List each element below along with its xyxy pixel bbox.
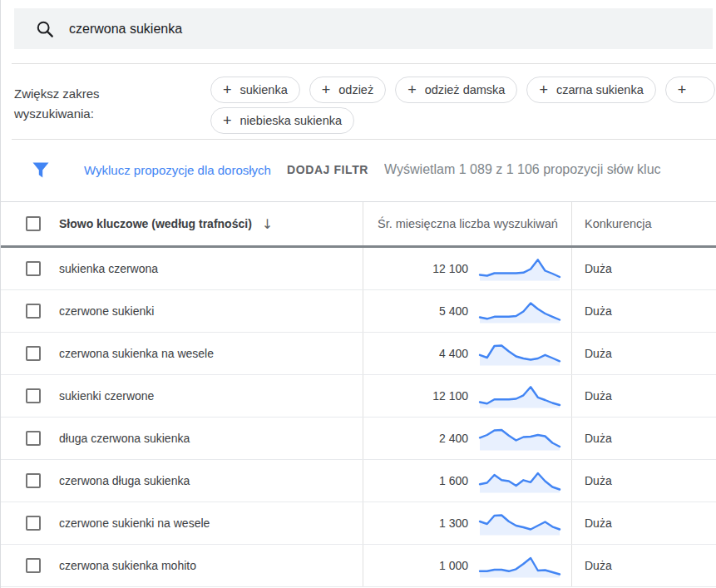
divider bbox=[12, 63, 716, 64]
keyword-text: sukienki czerwone bbox=[59, 389, 363, 403]
search-icon bbox=[36, 20, 54, 38]
row-checkbox[interactable] bbox=[26, 388, 41, 403]
volume-cell: 2 400 bbox=[363, 418, 571, 459]
row-checkbox-cell bbox=[1, 346, 59, 361]
chip-label: odzież damska bbox=[425, 83, 506, 96]
plus-icon: + bbox=[322, 82, 331, 97]
trend-sparkline-chart bbox=[478, 426, 561, 451]
table-row: sukienki czerwone 12 100 Duża bbox=[1, 375, 716, 418]
table-row: długa czerwona sukienka 2 400 Duża bbox=[1, 418, 716, 460]
competition-value: Duża bbox=[571, 333, 716, 374]
select-all-checkbox[interactable] bbox=[26, 216, 41, 231]
keyword-text: czerwona sukienka na wesele bbox=[59, 347, 363, 360]
competition-value: Duża bbox=[571, 460, 716, 502]
chip-label: sukienka bbox=[240, 83, 288, 96]
trend-sparkline-chart bbox=[478, 299, 561, 324]
add-filter-button[interactable]: DODAJ FILTR bbox=[287, 163, 368, 176]
column-header-volume[interactable]: Śr. miesięczna liczba wyszukiwań bbox=[363, 202, 571, 245]
keywords-table: Słowo kluczowe (według trafności) ↓ Śr. … bbox=[1, 201, 716, 588]
trend-sparkline-chart bbox=[478, 553, 561, 578]
row-checkbox[interactable] bbox=[26, 304, 41, 319]
sort-descending-icon: ↓ bbox=[262, 216, 273, 232]
monthly-searches-value: 12 100 bbox=[363, 389, 478, 403]
divider bbox=[12, 139, 716, 140]
keyword-text: czerwone sukienki na wesele bbox=[59, 516, 363, 530]
search-bar[interactable] bbox=[14, 8, 713, 49]
keyword-text: czerwona sukienka mohito bbox=[59, 559, 363, 572]
table-row: sukienka czerwona 12 100 Duża bbox=[1, 248, 716, 290]
table-body: sukienka czerwona 12 100 Duża czerwone s… bbox=[1, 248, 716, 587]
table-row: czerwona sukienka mohito 1 000 Duża bbox=[1, 545, 716, 587]
results-count-status: Wyświetlam 1 089 z 1 106 propozycji słów… bbox=[384, 162, 660, 177]
row-checkbox[interactable] bbox=[26, 516, 41, 531]
plus-icon: + bbox=[223, 82, 232, 97]
monthly-searches-value: 1 000 bbox=[363, 559, 478, 572]
row-checkbox[interactable] bbox=[26, 431, 41, 446]
chip-label: odzież bbox=[338, 83, 373, 96]
broaden-keyword-chip[interactable]: + niebieska sukienka bbox=[210, 107, 354, 134]
volume-cell: 12 100 bbox=[363, 248, 571, 289]
filter-icon[interactable] bbox=[32, 162, 49, 178]
monthly-searches-value: 2 400 bbox=[363, 432, 478, 445]
volume-cell: 5 400 bbox=[363, 290, 571, 332]
monthly-searches-value: 4 400 bbox=[363, 347, 478, 360]
plus-icon: + bbox=[407, 82, 417, 97]
keyword-text: czerwone sukienki bbox=[59, 304, 363, 318]
broaden-keyword-chip[interactable]: + czarna sukienka bbox=[526, 77, 655, 103]
chip-label: czarna sukienka bbox=[556, 83, 644, 96]
plus-icon: + bbox=[223, 113, 232, 128]
competition-value: Duża bbox=[571, 248, 716, 289]
monthly-searches-value: 1 300 bbox=[363, 516, 478, 530]
table-row: czerwona sukienka na wesele 4 400 Duża bbox=[1, 333, 716, 375]
column-header-keyword-label: Słowo kluczowe (według trafności) bbox=[59, 217, 252, 230]
volume-cell: 1 600 bbox=[363, 460, 571, 502]
row-checkbox[interactable] bbox=[26, 473, 41, 488]
competition-value: Duża bbox=[571, 375, 716, 417]
table-header-row: Słowo kluczowe (według trafności) ↓ Śr. … bbox=[1, 202, 716, 248]
trend-sparkline-chart bbox=[478, 383, 561, 408]
trend-sparkline-chart bbox=[478, 341, 561, 366]
header-checkbox-cell bbox=[1, 216, 59, 231]
table-row: czerwona długa sukienka 1 600 Duża bbox=[1, 460, 716, 502]
trend-sparkline-chart bbox=[478, 256, 561, 281]
competition-value: Duża bbox=[571, 418, 716, 459]
keyword-text: sukienka czerwona bbox=[59, 262, 363, 275]
broaden-keyword-chip[interactable]: + odzież bbox=[309, 77, 386, 103]
row-checkbox[interactable] bbox=[26, 346, 41, 361]
trend-sparkline-chart bbox=[478, 468, 561, 493]
table-row: czerwone sukienki 5 400 Duża bbox=[1, 290, 716, 333]
chip-label: niebieska sukienka bbox=[240, 114, 343, 127]
competition-value: Duża bbox=[571, 290, 716, 332]
volume-cell: 1 300 bbox=[363, 502, 571, 544]
monthly-searches-value: 12 100 bbox=[363, 262, 478, 275]
keyword-text: czerwona długa sukienka bbox=[59, 474, 363, 487]
competition-value: Duża bbox=[571, 502, 716, 544]
volume-cell: 12 100 bbox=[363, 375, 571, 417]
broaden-keyword-chip[interactable]: + sukienka bbox=[210, 77, 300, 103]
table-row: czerwone sukienki na wesele 1 300 Duża bbox=[1, 502, 716, 545]
row-checkbox-cell bbox=[1, 558, 59, 573]
keyword-planner-panel: Zwiększ zakres wyszukiwania: + sukienka … bbox=[0, 0, 716, 588]
broaden-keyword-chip[interactable]: + bbox=[665, 77, 715, 103]
monthly-searches-value: 1 600 bbox=[363, 474, 478, 487]
exclude-adult-suggestions-link[interactable]: Wyklucz propozycje dla dorosłych bbox=[84, 163, 271, 177]
row-checkbox-cell bbox=[1, 261, 59, 276]
row-checkbox-cell bbox=[1, 431, 59, 446]
row-checkbox-cell bbox=[1, 473, 59, 488]
row-checkbox-cell bbox=[1, 304, 59, 319]
monthly-searches-value: 5 400 bbox=[363, 304, 478, 318]
competition-value: Duża bbox=[571, 545, 716, 586]
row-checkbox[interactable] bbox=[26, 261, 41, 276]
trend-sparkline-chart bbox=[478, 511, 561, 536]
plus-icon: + bbox=[539, 82, 548, 97]
column-header-competition[interactable]: Konkurencja bbox=[571, 202, 716, 245]
broaden-keyword-chip[interactable]: + odzież damska bbox=[395, 77, 517, 103]
row-checkbox-cell bbox=[1, 388, 59, 403]
filter-bar: Wyklucz propozycje dla dorosłych DODAJ F… bbox=[1, 154, 716, 185]
volume-cell: 1 000 bbox=[363, 545, 571, 586]
row-checkbox[interactable] bbox=[26, 558, 41, 573]
column-header-keyword[interactable]: Słowo kluczowe (według trafności) ↓ bbox=[59, 216, 363, 232]
search-input[interactable] bbox=[69, 22, 568, 37]
keyword-text: długa czerwona sukienka bbox=[59, 432, 363, 445]
broaden-label: Zwiększ zakres wyszukiwania: bbox=[14, 84, 156, 124]
